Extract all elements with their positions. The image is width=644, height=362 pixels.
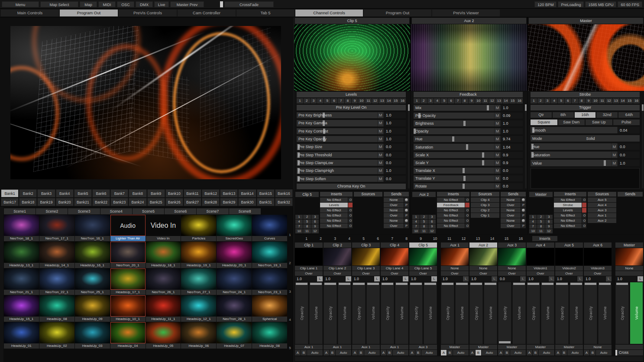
mixer-number-6[interactable]: 6 [371, 236, 385, 241]
clip-thumbnail-headsup-04[interactable] [110, 322, 146, 343]
channel-thumbnail-aux-6[interactable] [584, 248, 612, 265]
clip-thumbnail-headsup-08[interactable] [252, 322, 287, 343]
opacity-fader-handle[interactable] [470, 283, 482, 285]
tab-program-out[interactable]: Program Out [364, 10, 431, 16]
preset-button-7[interactable]: 7 [529, 224, 537, 229]
feedback-slider-translate-x[interactable]: Translate X [414, 168, 494, 174]
bank-button-bank28[interactable]: Bank28 [202, 198, 220, 206]
scene-header-scene4[interactable]: Scene4 [100, 208, 132, 214]
clip-label-headsup-06[interactable]: HeadsUp_06 [181, 343, 216, 349]
insert-slot-no-effect-3[interactable]: No Effect [554, 213, 582, 218]
param-value[interactable]: 0.9 [500, 152, 523, 158]
preset-button-7[interactable]: 7 [295, 224, 303, 229]
mixer-number-4[interactable]: 4 [342, 236, 356, 241]
menu-button-menu[interactable]: Menu [2, 1, 39, 7]
insert-o-tag[interactable]: O [465, 208, 469, 213]
source-button-clip-1[interactable]: Clip 1 [471, 213, 499, 218]
insert-slot-no-effect-0[interactable]: No Effect [320, 197, 348, 202]
preset-button-1[interactable]: 1 [529, 215, 537, 219]
insert-o-tag[interactable]: O [582, 213, 586, 218]
levels-slider-pre-step-clamphigh[interactable]: Pre Step ClampHigh [297, 168, 377, 174]
feedback-digit-14[interactable]: 14 [503, 98, 509, 103]
source-button-aux-1[interactable]: Aux 1 [588, 213, 616, 218]
bank-button-bank22[interactable]: Bank22 [92, 198, 110, 206]
insert-o-tag[interactable]: O [348, 218, 353, 223]
scrollbar-thumb[interactable] [408, 104, 410, 111]
volume-fader[interactable]: Volume [541, 282, 554, 344]
channel-route-aux-6[interactable]: None [584, 345, 612, 349]
feedback-slider-scale-y[interactable]: Scale Y [414, 160, 494, 166]
opacity-fader-handle[interactable] [324, 283, 336, 285]
slider-handle[interactable] [466, 144, 468, 149]
preset-button-5[interactable]: 5 [303, 220, 311, 224]
clip-thumbnail-headsup-16-1[interactable] [75, 242, 110, 263]
mixer-number-15[interactable]: 15 [499, 236, 514, 241]
opacity-fader-handle[interactable] [296, 283, 307, 285]
strobe-scrollbar[interactable] [642, 104, 644, 188]
volume-fader-handle[interactable] [485, 283, 496, 285]
insert-slot-no-effect-5[interactable]: No Effect [320, 223, 348, 228]
levels-digit-10[interactable]: 10 [358, 98, 365, 103]
slider-handle[interactable] [463, 168, 465, 173]
channel-route-aux-5[interactable]: Master [555, 345, 583, 349]
preset-button-12[interactable]: 12 [545, 229, 553, 233]
insert-slot-no-effect-3[interactable]: No Effect [320, 213, 348, 218]
ab-auto-button[interactable]: Auto [596, 350, 612, 356]
channel-name-aux-1[interactable]: Aux 1 [441, 242, 469, 248]
send-button-over[interactable]: Over [501, 223, 521, 228]
channel-source-clip-2[interactable]: Clip Lane 2 [324, 266, 351, 271]
scene-header-scene6[interactable]: Scene6 [165, 208, 196, 214]
clip-label-neotron-25-1[interactable]: NeoTron_25_1 [75, 290, 110, 295]
source-button-clip-3[interactable]: Clip 3 [471, 203, 499, 207]
channel-blend-aux-1[interactable]: Over [441, 271, 469, 276]
channel-source-aux-6[interactable]: VideoIn3 [584, 266, 612, 271]
preset-button-8[interactable]: 8 [537, 224, 544, 229]
bank-button-bank26[interactable]: Bank26 [165, 198, 183, 206]
insert-slot-no-effect-5[interactable]: No Effect [437, 223, 465, 228]
levels-slider-pre-key-gamma[interactable]: Pre Key Gamma [297, 120, 377, 126]
wave-button-saw-dwn[interactable]: Saw Dwn [558, 120, 585, 125]
mixer-inserts-button[interactable]: Inserts [532, 236, 557, 241]
send-button-over[interactable]: Over [501, 203, 521, 207]
tab-channel-controls[interactable]: Channel Controls [295, 10, 363, 16]
volume-fader[interactable]: Volume [484, 282, 497, 344]
bank-button-bank16[interactable]: Bank16 [275, 189, 293, 197]
clip-thumbnail-headsup-06[interactable] [181, 322, 216, 343]
send-knob-cell[interactable] [521, 197, 526, 202]
preset-button-3[interactable]: 3 [311, 215, 319, 219]
strobe-digit-11[interactable]: 11 [599, 98, 605, 103]
levels-slider-pre-key-opacity[interactable]: Pre Key Opacity [297, 136, 377, 142]
opacity-fader[interactable]: Opacity [441, 282, 454, 344]
preset-button-8[interactable]: 8 [303, 224, 311, 229]
preset-button-4[interactable]: 4 [529, 220, 537, 224]
crossfade-button[interactable]: CrossFade [224, 1, 274, 7]
mixer-number-8[interactable]: 8 [399, 236, 414, 241]
send-p-tag[interactable]: P [404, 213, 409, 218]
channel-route-aux-4[interactable]: Master [527, 345, 554, 349]
ab-b-button[interactable]: B [330, 350, 335, 356]
channel-thumbnail-master[interactable] [615, 248, 643, 265]
feedback-digit-15[interactable]: 15 [509, 98, 516, 103]
panel-title-feedback[interactable]: Feedback [414, 92, 523, 97]
channel-thumbnail-aux-4[interactable] [527, 248, 554, 265]
program-out-preview[interactable] [0, 17, 294, 189]
clip-thumbnail-neotron-18-1[interactable] [4, 215, 39, 236]
mixer-number-3[interactable]: 3 [328, 236, 342, 241]
insert-slot-levels-1[interactable]: Levels [320, 203, 348, 207]
preset-button-2[interactable]: 2 [420, 215, 427, 219]
channel-lock-button[interactable]: L [463, 276, 469, 281]
clip-thumbnail-neotron-23-1[interactable] [252, 268, 287, 290]
feedback-slider-saturation[interactable]: Saturation [414, 144, 494, 150]
channel-lock-button[interactable]: L [492, 276, 497, 281]
ab-a-button[interactable]: A [584, 350, 589, 356]
clip-label-neotron-21-1[interactable]: NeoTron_21_1 [4, 290, 39, 295]
bank-button-bank3[interactable]: Bank3 [37, 189, 55, 197]
bank-button-bank1[interactable]: Bank1 [1, 189, 19, 197]
preset-button-10[interactable]: 10 [412, 229, 420, 233]
levels-header[interactable]: Pre Key Level On [297, 105, 406, 110]
clip-label-headsup-20-1[interactable]: HeadsUp_20_1 [217, 263, 252, 268]
preset-button-4[interactable]: 4 [295, 220, 303, 224]
feedback-digit-13[interactable]: 13 [496, 98, 502, 103]
scrollbar-thumb[interactable] [642, 104, 644, 111]
strobe-mode-select[interactable]: ModeSolid [531, 135, 640, 142]
